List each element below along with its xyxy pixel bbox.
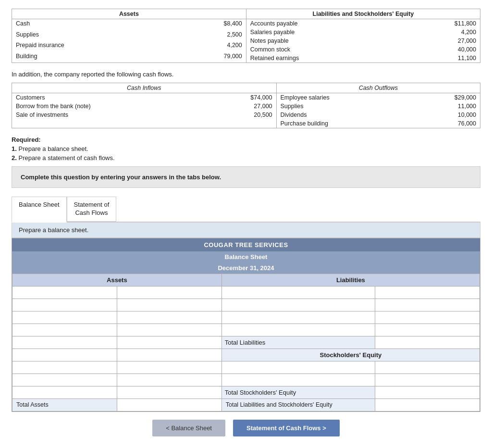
bs-total-liabilities-amount-input[interactable] — [378, 339, 477, 346]
bs-liability-label-input-3[interactable] — [225, 314, 372, 321]
bs-asset-label-5[interactable] — [12, 336, 117, 348]
next-button[interactable]: Statement of Cash Flows > — [233, 420, 340, 436]
bs-liability-label-input-2[interactable] — [225, 302, 372, 309]
bs-asset-label-9[interactable] — [12, 386, 117, 398]
bs-asset-label-2[interactable] — [12, 299, 117, 311]
required-item-1: 1. Prepare a balance sheet. — [12, 145, 480, 152]
bs-liability-amount-3[interactable] — [375, 311, 480, 324]
table-row: Accounts payable $11,800 — [246, 19, 480, 28]
prev-button-label: < Balance Sheet — [166, 424, 212, 432]
bs-total-liabilities-amount[interactable] — [375, 336, 480, 348]
tab-statement-cash-flows[interactable]: Statement ofCash Flows — [67, 197, 117, 222]
table-row: Purchase building 76,000 — [12, 119, 480, 128]
bs-asset-amount-input-2[interactable] — [120, 302, 219, 309]
bs-asset-label-4[interactable] — [12, 324, 117, 336]
bs-total-liabilities-label: Total Liabilities — [221, 336, 375, 348]
tab-balance-sheet[interactable]: Balance Sheet — [12, 197, 67, 223]
bs-liability-amount-2[interactable] — [375, 299, 480, 311]
bs-se-label-input-2[interactable] — [225, 377, 372, 384]
bs-total-liabilities-equity-label: Total Liabilities and Stockholders' Equi… — [221, 398, 375, 411]
bs-asset-amount-input-9[interactable] — [120, 389, 219, 396]
liability-amount: 27,000 — [400, 37, 480, 45]
bs-total-liabilities-equity-amount-input[interactable] — [378, 402, 477, 409]
inflow-label — [12, 119, 207, 128]
bs-asset-label-input-4[interactable] — [15, 327, 114, 334]
bs-asset-amount-input-6[interactable] — [120, 352, 219, 359]
bs-asset-amount-input-8[interactable] — [120, 377, 219, 384]
table-row: Cash $8,400 — [12, 19, 246, 30]
bs-asset-amount-6[interactable] — [117, 348, 221, 361]
bs-row: Total Liabilities — [12, 336, 480, 348]
bs-asset-label-input-3[interactable] — [15, 314, 114, 321]
bs-asset-amount-8[interactable] — [117, 373, 221, 386]
bs-asset-amount-7[interactable] — [117, 361, 221, 373]
bs-asset-label-input-7[interactable] — [15, 364, 114, 371]
bs-se-label-1[interactable] — [221, 361, 375, 373]
bs-title: Balance Sheet — [12, 251, 480, 262]
bs-asset-amount-1[interactable] — [117, 286, 221, 299]
liability-amount: $11,800 — [400, 19, 480, 28]
bs-asset-label-7[interactable] — [12, 361, 117, 373]
bs-se-amount-2[interactable] — [375, 373, 480, 386]
bs-asset-amount-input-7[interactable] — [120, 364, 219, 371]
bs-liability-amount-input-4[interactable] — [378, 327, 477, 334]
bs-asset-amount-9[interactable] — [117, 386, 221, 398]
bs-asset-label-input-5[interactable] — [15, 339, 114, 346]
bs-liability-label-input-4[interactable] — [225, 327, 372, 334]
liability-amount: 4,200 — [400, 28, 480, 37]
bs-total-se-amount-input[interactable] — [378, 389, 477, 396]
bs-liability-amount-4[interactable] — [375, 324, 480, 336]
bs-se-amount-input-2[interactable] — [378, 377, 477, 384]
bs-row — [12, 361, 480, 373]
bs-asset-label-input-9[interactable] — [15, 389, 114, 396]
total-liabilities-equity-text: Total Liabilities and Stockholders' Equi… — [226, 401, 332, 408]
bs-row — [12, 311, 480, 324]
bs-asset-label-input-1[interactable] — [15, 289, 114, 296]
cash-outflows-header: Cash Outflows — [276, 83, 480, 93]
table-row: Notes payable 27,000 — [246, 37, 480, 45]
bs-asset-amount-2[interactable] — [117, 299, 221, 311]
bs-liability-label-1[interactable] — [221, 286, 375, 299]
bs-total-se-amount[interactable] — [375, 386, 480, 398]
bs-asset-label-input-6[interactable] — [15, 352, 114, 359]
bs-se-label-2[interactable] — [221, 373, 375, 386]
assets-header: Assets — [12, 9, 246, 19]
addition-text: In addition, the company reported the fo… — [12, 71, 480, 78]
bs-liability-label-3[interactable] — [221, 311, 375, 324]
bs-se-label-input-1[interactable] — [225, 364, 372, 371]
bs-liability-amount-input-1[interactable] — [378, 289, 477, 296]
bs-asset-label-8[interactable] — [12, 373, 117, 386]
bs-se-amount-input-1[interactable] — [378, 364, 477, 371]
bs-total-liabilities-equity-amount[interactable] — [375, 398, 480, 411]
bs-asset-label-6[interactable] — [12, 348, 117, 361]
table-row: Supplies 2,500 — [12, 30, 246, 41]
bs-liability-label-4[interactable] — [221, 324, 375, 336]
prev-button[interactable]: < Balance Sheet — [152, 420, 225, 436]
bs-se-amount-1[interactable] — [375, 361, 480, 373]
asset-label: Cash — [12, 19, 172, 30]
required-section: Required: 1. Prepare a balance sheet. 2.… — [12, 136, 480, 162]
inflow-amount — [207, 119, 276, 128]
bs-asset-amount-input-4[interactable] — [120, 327, 219, 334]
bs-asset-label-3[interactable] — [12, 311, 117, 324]
bs-liability-amount-1[interactable] — [375, 286, 480, 299]
bs-total-assets-amount[interactable] — [117, 398, 221, 411]
bs-asset-amount-5[interactable] — [117, 336, 221, 348]
bs-liability-amount-input-3[interactable] — [378, 314, 477, 321]
bs-total-assets-amount-input[interactable] — [120, 402, 219, 409]
inflow-label: Borrow from the bank (note) — [12, 102, 207, 111]
bs-asset-amount-input-5[interactable] — [120, 339, 219, 346]
bs-asset-amount-3[interactable] — [117, 311, 221, 324]
bs-liability-label-2[interactable] — [221, 299, 375, 311]
tab-statement-cash-flows-label: Statement ofCash Flows — [74, 201, 110, 216]
bs-asset-label-input-2[interactable] — [15, 302, 114, 309]
bs-row — [12, 299, 480, 311]
bs-asset-amount-4[interactable] — [117, 324, 221, 336]
top-tables: Assets Cash $8,400 Supplies 2,500 Prepai… — [12, 9, 480, 63]
bs-asset-label-input-8[interactable] — [15, 377, 114, 384]
bs-asset-amount-input-3[interactable] — [120, 314, 219, 321]
bs-asset-amount-input-1[interactable] — [120, 289, 219, 296]
bs-asset-label-1[interactable] — [12, 286, 117, 299]
bs-liability-label-input-1[interactable] — [225, 289, 372, 296]
bs-liability-amount-input-2[interactable] — [378, 302, 477, 309]
